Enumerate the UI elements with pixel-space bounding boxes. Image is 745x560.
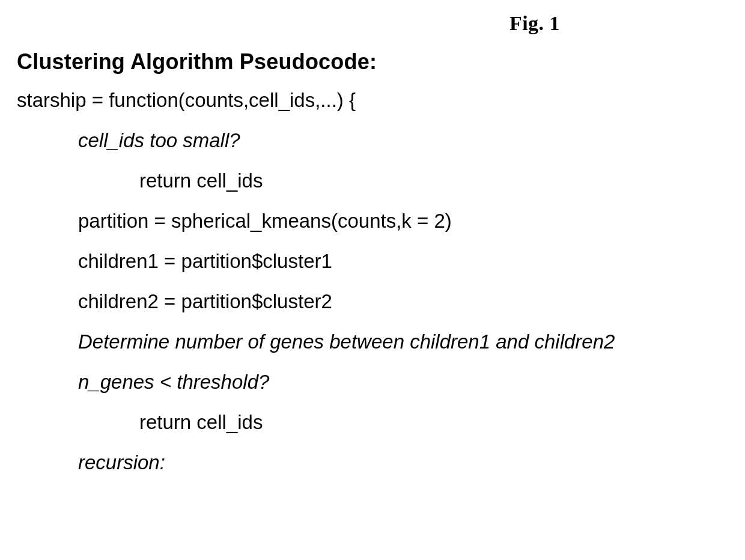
code-line-7: n_genes < threshold? [17,372,728,392]
code-line-9: recursion: [17,452,728,472]
code-line-0: starship = function(counts,cell_ids,...)… [17,90,728,110]
code-line-8: return cell_ids [17,412,728,432]
code-line-1: cell_ids too small? [17,130,728,150]
code-line-2: return cell_ids [17,171,728,190]
code-line-4: children1 = partition$cluster1 [17,251,728,271]
code-line-3: partition = spherical_kmeans(counts,k = … [17,211,728,231]
figure-label: Fig. 1 [341,12,728,35]
code-line-5: children2 = partition$cluster2 [17,291,728,311]
code-line-6: Determine number of genes between childr… [17,332,728,352]
pseudocode-heading: Clustering Algorithm Pseudocode: [17,49,728,75]
